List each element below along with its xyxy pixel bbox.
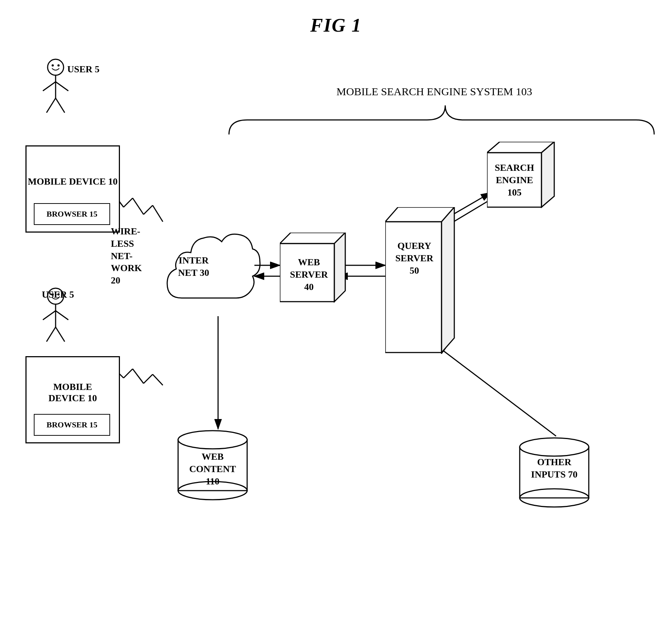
browser-1: BROWSER 15 [34,203,110,225]
svg-line-4 [133,198,144,214]
svg-marker-42 [334,233,345,302]
mobile-device-1: MOBILE DEVICE 10 BROWSER 15 [25,145,120,233]
svg-line-28 [56,98,65,113]
diagram: FIG 1 [0,0,672,636]
figure-title: FIG 1 [310,15,362,36]
svg-line-25 [43,82,56,91]
svg-line-9 [133,369,144,383]
browser-2: BROWSER 15 [34,414,110,436]
search-engine: SEARCHENGINE105 [487,142,563,220]
svg-point-38 [178,431,247,449]
web-content: WEBCONTENT110 [171,429,254,503]
svg-point-23 [57,64,60,67]
wireless-network-label: WIRE-LESSNET-WORK20 [111,225,142,287]
svg-marker-48 [542,142,554,207]
svg-line-5 [144,205,153,214]
svg-line-33 [43,311,56,320]
svg-line-11 [153,374,163,385]
svg-point-22 [52,64,54,67]
svg-line-36 [56,327,65,342]
svg-line-27 [47,98,56,113]
user1-label: USER 5 [67,64,100,76]
svg-line-8 [124,369,133,378]
svg-marker-45 [442,207,454,353]
svg-point-21 [48,59,64,75]
mobile-search-engine-label: MOBILE SEARCH ENGINE SYSTEM 103 [225,85,643,98]
svg-line-34 [56,311,68,320]
svg-line-35 [47,327,56,342]
query-server: QUERYSERVER50 [385,207,465,365]
other-inputs: OTHERINPUTS 70 [512,436,596,510]
internet-cloud: INTERNET 30 [160,211,262,329]
web-server: WEBSERVER40 [280,233,353,314]
mobile-device-2: MOBILEDEVICE 10 BROWSER 15 [25,356,120,443]
svg-line-10 [144,374,153,383]
svg-line-26 [56,82,68,91]
user2-label: USER 5 [42,289,74,301]
svg-line-3 [124,198,133,207]
svg-point-50 [520,438,589,456]
